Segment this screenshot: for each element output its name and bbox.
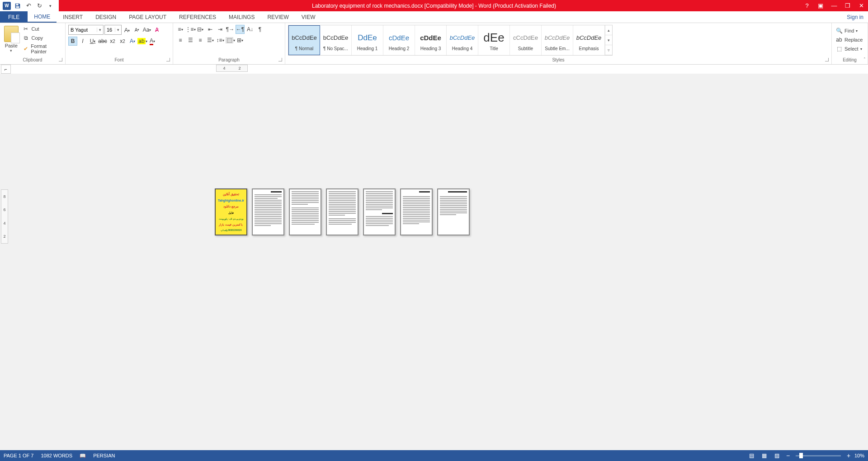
format-painter-button[interactable]: ✔Format Painter bbox=[21, 43, 62, 55]
zoom-in-button[interactable]: + bbox=[845, 452, 852, 459]
style-normal[interactable]: bCcDdEe¶ Normal bbox=[288, 25, 320, 55]
grow-font-button[interactable]: A▴ bbox=[123, 25, 132, 34]
bold-button[interactable]: B bbox=[68, 37, 77, 46]
bullets-button[interactable]: ≡▾ bbox=[176, 25, 185, 34]
highlight-button[interactable]: ab▾ bbox=[138, 37, 147, 46]
font-color-button[interactable]: A▾ bbox=[148, 37, 157, 46]
tab-review[interactable]: REVIEW bbox=[261, 11, 295, 23]
vertical-ruler[interactable]: 2468 bbox=[1, 189, 8, 244]
style-emphasis[interactable]: bCcDdEeEmphasis bbox=[573, 25, 605, 55]
style-title[interactable]: dEeTitle bbox=[478, 25, 510, 55]
page-thumb-2[interactable] bbox=[252, 188, 284, 235]
sort-button[interactable]: A↓ bbox=[245, 25, 255, 34]
print-layout-button[interactable]: ▦ bbox=[760, 451, 769, 460]
style-subtle-emphasis[interactable]: bCcDdEeSubtle Em... bbox=[542, 25, 573, 55]
page-thumb-4[interactable] bbox=[326, 188, 359, 235]
word-app-icon[interactable]: W bbox=[2, 1, 12, 11]
font-size-combo[interactable]: ▾ bbox=[104, 25, 122, 35]
styles-launcher-icon[interactable] bbox=[825, 58, 829, 61]
language-indicator[interactable]: PERSIAN bbox=[93, 453, 115, 458]
restore-button[interactable]: ❐ bbox=[841, 0, 854, 11]
align-left-button[interactable]: ≡ bbox=[176, 36, 185, 45]
italic-button[interactable]: I bbox=[78, 37, 87, 46]
increase-indent-button[interactable]: ⇥ bbox=[216, 25, 225, 34]
style-subtitle[interactable]: cCcDdEeSubtitle bbox=[510, 25, 542, 55]
page-thumb-5[interactable] bbox=[363, 188, 396, 235]
chevron-down-icon[interactable]: ▾ bbox=[97, 28, 103, 32]
replace-button[interactable]: abReplace bbox=[835, 36, 865, 44]
justify-button[interactable]: ☰▾ bbox=[206, 36, 215, 45]
ribbon-display-button[interactable]: ▣ bbox=[814, 0, 827, 11]
page-indicator[interactable]: PAGE 1 OF 7 bbox=[4, 453, 33, 458]
zoom-slider[interactable] bbox=[796, 455, 841, 456]
read-mode-button[interactable]: ▤ bbox=[747, 451, 757, 460]
font-size-input[interactable] bbox=[105, 27, 115, 33]
horizontal-ruler[interactable]: 42 bbox=[216, 65, 248, 72]
gallery-down-icon[interactable]: ▾ bbox=[605, 35, 612, 45]
signin-link[interactable]: Sign in bbox=[847, 11, 863, 23]
line-spacing-button[interactable]: ↕≡▾ bbox=[216, 36, 225, 45]
tab-view[interactable]: VIEW bbox=[295, 11, 322, 23]
tab-design[interactable]: DESIGN bbox=[89, 11, 123, 23]
clipboard-launcher-icon[interactable] bbox=[59, 58, 62, 61]
style-heading2[interactable]: cDdEeHeading 2 bbox=[383, 25, 415, 55]
tab-stop-selector[interactable]: ⌐ bbox=[1, 65, 11, 74]
page-thumb-6[interactable] bbox=[400, 188, 433, 235]
tab-home[interactable]: HOME bbox=[28, 11, 57, 23]
multilevel-list-button[interactable]: ⊟▾ bbox=[196, 25, 205, 34]
paste-button[interactable]: Paste ▾ bbox=[3, 25, 19, 55]
web-layout-button[interactable]: ▨ bbox=[772, 451, 782, 460]
select-button[interactable]: ⬚Select▾ bbox=[835, 45, 865, 53]
save-button[interactable] bbox=[13, 1, 23, 11]
gallery-up-icon[interactable]: ▴ bbox=[605, 25, 612, 35]
style-heading3[interactable]: cDdEeHeading 3 bbox=[415, 25, 447, 55]
collapse-ribbon-icon[interactable]: ˆ bbox=[864, 57, 865, 62]
change-case-button[interactable]: Aa▾ bbox=[142, 25, 151, 34]
help-button[interactable]: ? bbox=[800, 0, 814, 11]
strikethrough-button[interactable]: abc bbox=[98, 37, 107, 46]
copy-button[interactable]: ⧉Copy bbox=[21, 34, 62, 42]
tab-page-layout[interactable]: PAGE LAYOUT bbox=[123, 11, 173, 23]
font-launcher-icon[interactable] bbox=[166, 58, 170, 61]
zoom-thumb[interactable] bbox=[799, 453, 803, 458]
paragraph-launcher-icon[interactable] bbox=[278, 58, 282, 61]
text-effects-button[interactable]: A▾ bbox=[128, 37, 137, 46]
decrease-indent-button[interactable]: ⇤ bbox=[206, 25, 215, 34]
borders-button[interactable]: ⊞▾ bbox=[236, 36, 245, 45]
tab-mailings[interactable]: MAILINGS bbox=[222, 11, 261, 23]
gallery-more-icon[interactable]: ▿ bbox=[605, 45, 612, 55]
align-right-button[interactable]: ≡ bbox=[196, 36, 205, 45]
page-thumb-1[interactable]: تحقیق آنلاین Tahghighonline.ir مرجع دانل… bbox=[215, 188, 247, 235]
tab-references[interactable]: REFERENCES bbox=[173, 11, 222, 23]
style-no-spacing[interactable]: bCcDdEe¶ No Spac... bbox=[320, 25, 352, 55]
find-button[interactable]: 🔍Find▾ bbox=[835, 27, 865, 35]
zoom-level[interactable]: 10% bbox=[854, 453, 864, 458]
page-thumb-3[interactable] bbox=[289, 188, 321, 235]
page-thumb-7[interactable] bbox=[437, 188, 470, 235]
superscript-button[interactable]: x2 bbox=[118, 37, 127, 46]
close-button[interactable]: ✕ bbox=[854, 0, 868, 11]
ltr-direction-button[interactable]: ¶→ bbox=[226, 25, 235, 34]
redo-button[interactable]: ↻ bbox=[34, 1, 44, 11]
subscript-button[interactable]: x2 bbox=[108, 37, 117, 46]
proofing-icon[interactable]: 📖 bbox=[80, 453, 86, 459]
minimize-button[interactable]: — bbox=[827, 0, 841, 11]
style-heading4[interactable]: bCcDdEeHeading 4 bbox=[447, 25, 478, 55]
qat-customize-icon[interactable]: ▾ bbox=[45, 1, 55, 11]
undo-button[interactable]: ↶ bbox=[24, 1, 33, 11]
cut-button[interactable]: ✂Cut bbox=[21, 25, 62, 33]
clear-formatting-button[interactable]: A̷ bbox=[152, 25, 161, 34]
word-count[interactable]: 1082 WORDS bbox=[41, 453, 72, 458]
underline-button[interactable]: U▾ bbox=[88, 37, 97, 46]
numbering-button[interactable]: ⋮≡▾ bbox=[186, 25, 195, 34]
chevron-down-icon[interactable]: ▾ bbox=[115, 28, 121, 32]
zoom-out-button[interactable]: − bbox=[785, 452, 791, 459]
shrink-font-button[interactable]: A▾ bbox=[132, 25, 142, 34]
file-tab[interactable]: FILE bbox=[0, 11, 28, 23]
shading-button[interactable]: ⬚▾ bbox=[226, 36, 235, 45]
font-name-combo[interactable]: ▾ bbox=[68, 25, 104, 35]
show-marks-button[interactable]: ¶ bbox=[255, 25, 264, 34]
align-center-button[interactable]: ☰ bbox=[186, 36, 195, 45]
style-heading1[interactable]: DdEeHeading 1 bbox=[352, 25, 383, 55]
tab-insert[interactable]: INSERT bbox=[57, 11, 89, 23]
